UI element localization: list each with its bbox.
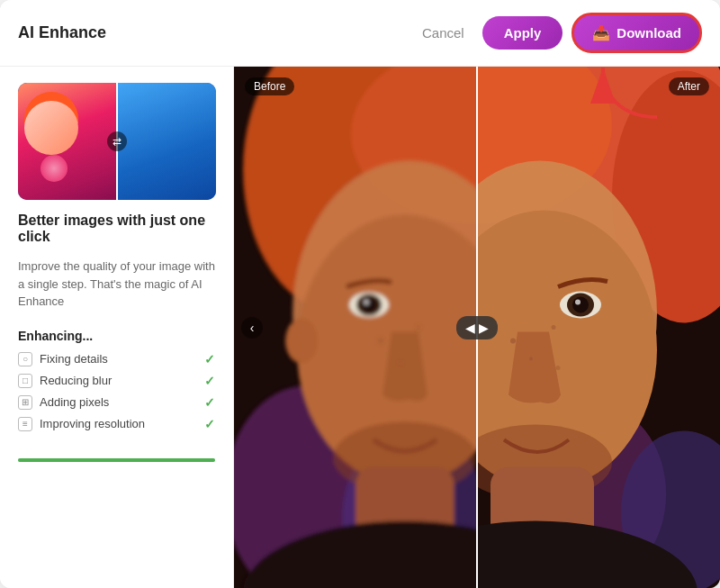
left-nav-button[interactable]: ‹ — [241, 317, 263, 339]
svg-point-35 — [552, 325, 556, 330]
swap-icon: ⇄ — [107, 131, 127, 151]
enhancing-label: Enhancing... — [18, 329, 215, 343]
enhance-item-label-fixing: Fixing details — [40, 352, 108, 366]
check-resolution: ✓ — [204, 417, 215, 431]
panel-description: Improve the quality of your image with a… — [18, 258, 215, 311]
circle-icon: ○ — [18, 352, 32, 366]
download-button[interactable]: 📥 Download — [572, 13, 702, 53]
enhance-item-left-pixels: ⊞ Adding pixels — [18, 395, 109, 410]
check-pixels: ✓ — [204, 395, 215, 410]
main-container: AI Enhance Cancel Apply 📥 Download — [0, 0, 720, 588]
preview-before — [18, 83, 117, 200]
after-label: After — [669, 77, 709, 95]
comparison-container[interactable]: Before After ◀ ▶ ‹ — [234, 67, 720, 588]
enhance-item-pixels: ⊞ Adding pixels ✓ — [18, 395, 215, 410]
before-label: Before — [245, 77, 294, 95]
download-label: Download — [616, 25, 681, 41]
page-title: AI Enhance — [18, 23, 106, 42]
download-icon: 📥 — [592, 24, 610, 41]
svg-point-36 — [529, 357, 533, 361]
svg-point-30 — [575, 300, 580, 305]
enhance-items-list: ○ Fixing details ✓ □ Reducing blur ✓ — [18, 352, 215, 431]
header-actions: Cancel Apply 📥 Download — [413, 13, 702, 53]
enhance-item-left-resolution: ≡ Improving resolution — [18, 417, 145, 431]
preview-thumbnail: ⇄ — [18, 83, 216, 200]
enhance-item-label-blur: Reducing blur — [40, 374, 112, 387]
check-blur: ✓ — [204, 374, 215, 388]
svg-point-15 — [364, 300, 369, 305]
enhancing-section: Enhancing... ○ Fixing details ✓ □ Reduci… — [18, 329, 215, 431]
apply-button[interactable]: Apply — [482, 16, 563, 50]
square-icon: □ — [18, 374, 32, 388]
arrow-right-icon: ▶ — [479, 321, 489, 335]
svg-point-11 — [285, 319, 318, 364]
panel-tagline: Better images with just one click — [18, 213, 215, 245]
preview-after — [117, 83, 216, 200]
arrow-left-icon: ◀ — [465, 321, 475, 335]
svg-point-37 — [556, 366, 561, 370]
bubble-gum-decoration — [40, 155, 68, 182]
svg-point-14 — [362, 298, 376, 312]
svg-point-40 — [399, 362, 402, 366]
svg-point-38 — [378, 339, 383, 344]
layers-icon: ≡ — [18, 417, 32, 431]
cancel-button[interactable]: Cancel — [413, 20, 473, 46]
content-area: ⇄ Better images with just one click Impr… — [0, 67, 720, 588]
enhance-item-blur: □ Reducing blur ✓ — [18, 374, 215, 388]
head-decoration — [24, 101, 78, 155]
enhance-item-label-pixels: Adding pixels — [40, 395, 109, 409]
check-fixing: ✓ — [204, 352, 215, 366]
enhance-item-label-resolution: Improving resolution — [40, 417, 145, 430]
enhance-item-fixing: ○ Fixing details ✓ — [18, 352, 215, 366]
enhance-item-left-fixing: ○ Fixing details — [18, 352, 108, 366]
header: AI Enhance Cancel Apply 📥 Download — [0, 0, 720, 67]
enhance-item-resolution: ≡ Improving resolution ✓ — [18, 417, 215, 431]
right-panel: Before After ◀ ▶ ‹ — [234, 67, 720, 588]
grid-icon: ⊞ — [18, 395, 32, 410]
comparison-handle[interactable]: ◀ ▶ — [456, 316, 498, 339]
progress-bar-fill — [18, 458, 215, 462]
svg-point-34 — [510, 339, 516, 344]
enhance-item-left-blur: □ Reducing blur — [18, 374, 112, 388]
progress-bar-container — [18, 458, 215, 462]
svg-point-39 — [417, 325, 421, 330]
svg-point-29 — [572, 297, 589, 313]
left-panel: ⇄ Better images with just one click Impr… — [0, 67, 234, 588]
